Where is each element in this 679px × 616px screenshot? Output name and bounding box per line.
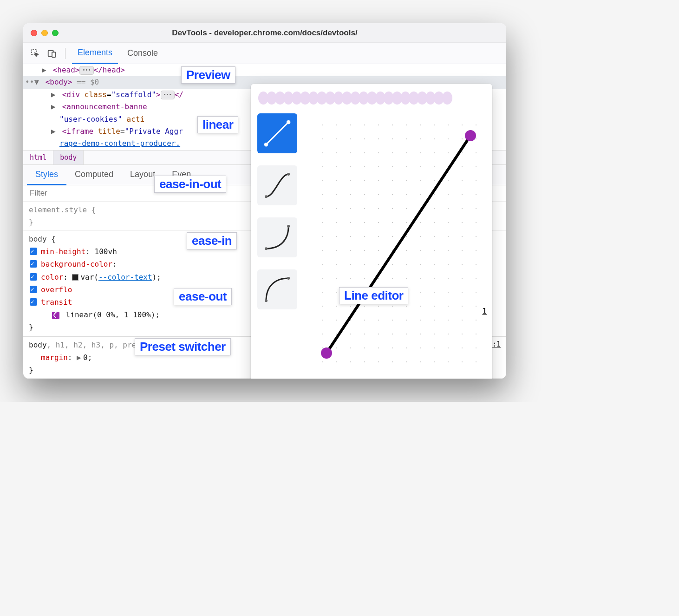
preset-linear[interactable] (257, 113, 297, 153)
tab-elements[interactable]: Elements (72, 43, 118, 64)
window-title: DevTools - developer.chrome.com/docs/dev… (172, 28, 357, 38)
filter-input[interactable] (29, 188, 122, 198)
callout-line-editor: Line editor (339, 287, 408, 304)
curve-canvas[interactable] (313, 115, 484, 374)
close-window-button[interactable] (31, 30, 37, 36)
devtools-window: DevTools - developer.chrome.com/docs/dev… (23, 23, 506, 379)
dom-head-close[interactable]: </head> (94, 66, 125, 74)
svg-point-4 (264, 143, 268, 146)
preset-ease-in-out[interactable] (257, 165, 297, 205)
tab-styles[interactable]: Styles (27, 165, 66, 185)
main-toolbar: Elements Console (23, 43, 506, 64)
svg-point-10 (265, 299, 268, 302)
preset-ease-in[interactable] (257, 217, 297, 257)
ellipsis-icon: ••• (25, 76, 39, 88)
tab-computed[interactable]: Computed (66, 165, 122, 185)
dom-body-tag[interactable]: <body> (46, 78, 72, 86)
dom-body-eq: == $0 (77, 78, 99, 86)
easing-editor-popover: 1 (251, 84, 492, 379)
svg-line-3 (266, 122, 288, 144)
tab-console[interactable]: Console (122, 43, 163, 64)
ellipsis-icon[interactable]: ••• (161, 91, 175, 99)
svg-point-5 (287, 120, 290, 124)
preset-ease-out[interactable] (257, 269, 297, 309)
callout-ease-out: ease-out (174, 288, 232, 305)
dom-head-open[interactable]: <head> (53, 66, 80, 74)
dom-iframe-src[interactable]: rage-demo-content-producer. (59, 139, 180, 148)
curve-handle-start[interactable] (321, 347, 332, 359)
ellipsis-icon[interactable]: ••• (79, 66, 93, 75)
checkbox-icon[interactable] (30, 286, 37, 293)
svg-point-11 (287, 277, 290, 280)
expand-icon[interactable]: ▶ (51, 125, 58, 138)
expand-icon[interactable]: ▶ (51, 89, 58, 101)
minimize-window-button[interactable] (41, 30, 48, 36)
breadcrumb-html[interactable]: html (23, 151, 53, 164)
callout-preview: Preview (181, 66, 235, 84)
callout-ease-in-out: ease-in-out (154, 176, 226, 193)
callout-linear: linear (197, 116, 238, 133)
curve-handle-end[interactable] (465, 130, 476, 141)
breadcrumb-body[interactable]: body (53, 151, 84, 164)
toolbar-separator (65, 48, 65, 59)
content-area: ▶ <head>•••</head> ••• ▼ <body> == $0 ▶ … (23, 64, 506, 379)
titlebar: DevTools - developer.chrome.com/docs/dev… (23, 23, 506, 43)
svg-line-12 (326, 136, 470, 353)
easing-swatch-icon[interactable] (52, 312, 59, 319)
svg-point-8 (265, 247, 268, 250)
callout-preset-switcher: Preset switcher (135, 338, 231, 355)
checkbox-icon[interactable] (30, 273, 37, 281)
svg-point-6 (265, 195, 268, 198)
checkbox-icon[interactable] (30, 298, 37, 306)
dom-announcement[interactable]: <announcement-banne (62, 102, 147, 111)
color-swatch-icon[interactable] (72, 274, 78, 281)
expand-icon[interactable]: ▶ (51, 101, 58, 113)
svg-point-9 (287, 225, 290, 228)
svg-point-7 (287, 173, 290, 176)
inspect-element-icon[interactable] (29, 47, 42, 60)
callout-ease-in: ease-in (187, 232, 237, 249)
checkbox-icon[interactable] (30, 248, 37, 255)
animation-preview (257, 90, 486, 106)
svg-rect-2 (52, 52, 55, 57)
easing-value[interactable]: linear(0 0%, 1 100%); (66, 310, 160, 319)
device-toggle-icon[interactable] (46, 47, 59, 60)
window-controls (31, 30, 59, 36)
zoom-window-button[interactable] (52, 30, 59, 36)
expand-icon[interactable]: ▶ (42, 64, 48, 76)
preset-column (257, 111, 304, 379)
checkbox-icon[interactable] (30, 260, 37, 268)
